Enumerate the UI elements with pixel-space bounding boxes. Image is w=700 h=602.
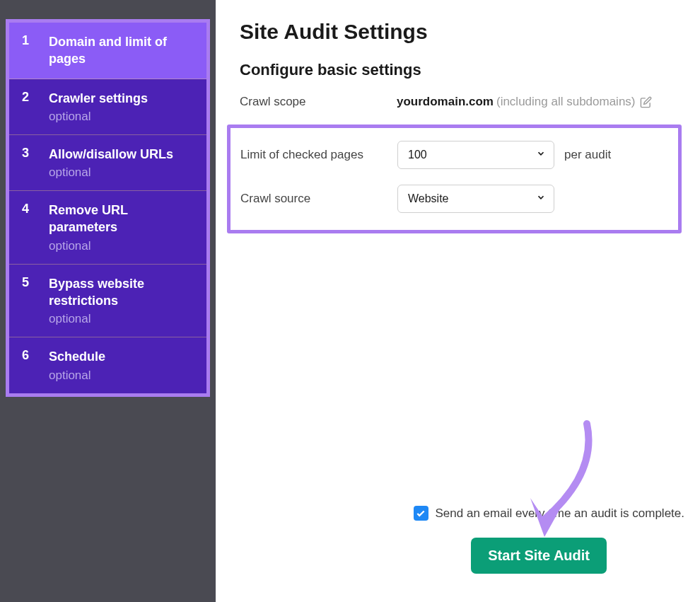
sidebar-highlight: 1 Domain and limit of pages 2 Crawler se…: [6, 19, 210, 397]
crawl-scope-row: Crawl scope yourdomain.com (including al…: [240, 95, 676, 109]
sidebar: 1 Domain and limit of pages 2 Crawler se…: [0, 0, 216, 602]
sidebar-item-schedule[interactable]: 6 Schedule optional: [9, 337, 206, 393]
sidebar-item-bypass-restrictions[interactable]: 5 Bypass website restrictions optional: [9, 265, 206, 338]
sidebar-item-number: 3: [22, 146, 39, 161]
source-row: Crawl source: [240, 185, 668, 213]
sidebar-item-remove-params[interactable]: 4 Remove URL parameters optional: [9, 191, 206, 265]
sidebar-item-optional: optional: [49, 239, 194, 253]
sidebar-item-label: Domain and limit of pages: [49, 33, 194, 68]
sidebar-item-domain-limit[interactable]: 1 Domain and limit of pages: [9, 23, 206, 79]
limit-row: Limit of checked pages per audit: [240, 141, 668, 169]
main-content: Site Audit Settings Configure basic sett…: [216, 0, 700, 602]
sidebar-item-optional: optional: [49, 110, 148, 124]
crawl-scope-label: Crawl scope: [240, 95, 397, 109]
crawl-scope-value: yourdomain.com: [397, 95, 494, 109]
edit-icon[interactable]: [640, 95, 653, 108]
sidebar-item-label: Schedule: [49, 348, 105, 365]
start-audit-button[interactable]: Start Site Audit: [471, 538, 607, 574]
sidebar-item-number: 4: [22, 202, 39, 216]
sidebar-item-number: 5: [22, 275, 39, 290]
sidebar-item-optional: optional: [49, 166, 173, 180]
sidebar-item-label: Crawler settings: [49, 90, 148, 107]
email-checkbox-label: Send an email every time an audit is com…: [436, 507, 684, 521]
sidebar-item-number: 6: [22, 348, 39, 363]
page-subtitle: Configure basic settings: [240, 61, 676, 79]
source-label: Crawl source: [240, 192, 397, 206]
sidebar-item-label: Remove URL parameters: [49, 202, 194, 236]
page-title: Site Audit Settings: [240, 20, 676, 44]
limit-select[interactable]: [397, 141, 554, 169]
sidebar-item-optional: optional: [49, 369, 105, 383]
footer-actions: Send an email every time an audit is com…: [414, 506, 684, 574]
limit-label: Limit of checked pages: [240, 148, 397, 162]
sidebar-item-number: 1: [22, 33, 39, 48]
sidebar-item-crawler-settings[interactable]: 2 Crawler settings optional: [9, 79, 206, 135]
sidebar-item-label: Bypass website restrictions: [49, 275, 194, 310]
sidebar-item-optional: optional: [49, 312, 194, 326]
email-checkbox-row: Send an email every time an audit is com…: [414, 506, 684, 521]
crawl-scope-hint: (including all subdomains): [496, 95, 636, 109]
sidebar-item-label: Allow/disallow URLs: [49, 146, 173, 163]
sidebar-item-number: 2: [22, 90, 39, 105]
settings-highlight-box: Limit of checked pages per audit Crawl s…: [227, 125, 682, 233]
email-checkbox[interactable]: [414, 506, 428, 521]
limit-suffix: per audit: [564, 148, 611, 162]
source-select[interactable]: [397, 185, 554, 213]
sidebar-item-allow-disallow[interactable]: 3 Allow/disallow URLs optional: [9, 135, 206, 191]
